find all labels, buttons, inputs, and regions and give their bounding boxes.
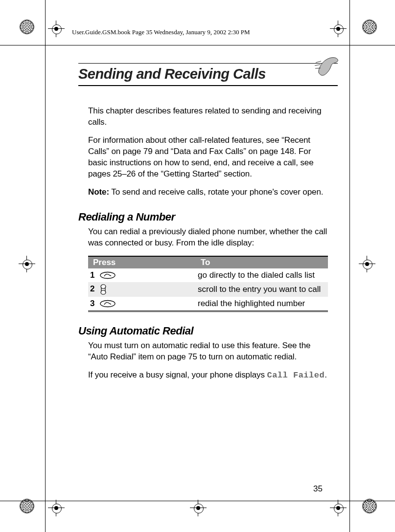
send-key-icon <box>99 299 116 308</box>
table-header-row: Press To <box>88 256 328 268</box>
crop-line-left <box>45 0 46 532</box>
body-column: This chapter describes features related … <box>88 106 328 381</box>
crosshair-icon <box>331 22 346 36</box>
step-to: redial the highlighted number <box>196 297 328 311</box>
scroll-key-icon <box>99 284 107 293</box>
page-number: 35 <box>313 484 323 494</box>
page-root: User.Guide.GSM.book Page 35 Wednesday, J… <box>0 0 395 532</box>
svg-point-0 <box>100 272 115 279</box>
crop-line-right <box>349 0 350 532</box>
table-row: 2 scroll to the entry you want to c <box>88 282 328 297</box>
table-row: 3 redial the highlighted number <box>88 297 328 311</box>
col-header-press: Press <box>88 256 196 268</box>
phone-handset-icon <box>313 54 343 83</box>
intro-paragraph-2: For information about other call-related… <box>88 135 328 180</box>
col-header-to: To <box>196 256 328 268</box>
crosshair-icon <box>49 501 64 515</box>
step-to: go directly to the dialed calls list <box>196 268 328 282</box>
crosshair-icon <box>360 257 374 271</box>
registration-disc-icon <box>20 20 33 33</box>
registration-disc-icon <box>362 499 376 512</box>
crop-line-top <box>0 45 395 45</box>
auto-p2-post: . <box>325 370 327 379</box>
step-number: 1 <box>90 270 97 280</box>
send-key-icon <box>99 270 116 280</box>
crosshair-icon <box>331 501 346 515</box>
crosshair-icon <box>191 501 206 515</box>
steps-table: Press To 1 go directly to the dialed cal… <box>88 256 328 312</box>
intro-paragraph-1: This chapter describes features related … <box>88 106 328 128</box>
step-number: 2 <box>90 284 97 294</box>
step-number: 3 <box>90 299 97 309</box>
intro-note: Note: To send and receive calls, rotate … <box>88 187 328 198</box>
display-text-call-failed: Call Failed <box>267 371 325 380</box>
auto-redial-paragraph-2: If you receive a busy signal, your phone… <box>88 370 328 381</box>
registration-disc-icon <box>362 20 376 33</box>
registration-disc-icon <box>20 499 33 512</box>
crosshair-icon <box>49 22 64 36</box>
crosshair-icon <box>20 257 34 271</box>
svg-point-3 <box>100 301 115 307</box>
section-heading-auto-redial: Using Automatic Redial <box>78 325 328 337</box>
step-to: scroll to the entry you want to call <box>196 282 328 297</box>
chapter-title: Sending and Receiving Calls <box>78 66 338 82</box>
content-column: Sending and Receiving Calls This chapter… <box>78 66 338 381</box>
auto-p2-pre: If you receive a busy signal, your phone… <box>88 370 267 379</box>
title-rule-bottom <box>78 85 338 86</box>
title-rule-top <box>78 63 338 64</box>
section-heading-redial: Redialing a Number <box>78 211 328 223</box>
auto-redial-paragraph-1: You must turn on automatic redial to use… <box>88 340 328 363</box>
table-row: 1 go directly to the dialed calls list <box>88 268 328 282</box>
redial-lead: You can redial a previously dialed phone… <box>88 226 328 249</box>
note-text: To send and receive calls, rotate your p… <box>109 187 323 197</box>
header-filename: User.Guide.GSM.book Page 35 Wednesday, J… <box>72 28 250 36</box>
chapter-title-block: Sending and Receiving Calls <box>78 66 338 86</box>
note-label: Note: <box>88 187 109 197</box>
